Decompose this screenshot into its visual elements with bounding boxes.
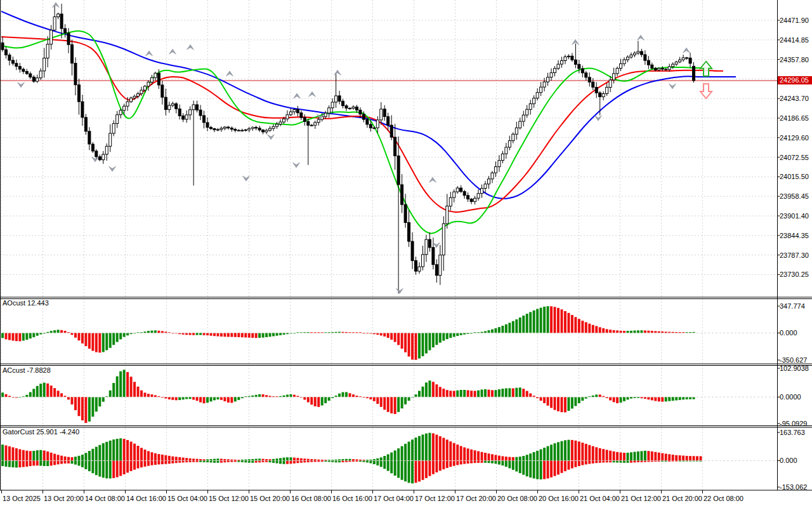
- candle: [463, 190, 466, 199]
- histogram-bar: [581, 321, 584, 333]
- histogram-bar: [18, 333, 21, 341]
- histogram-bar: [567, 313, 570, 333]
- candle-body: [91, 144, 94, 151]
- histogram-bar: [696, 456, 698, 460]
- histogram-bar: [484, 453, 487, 460]
- histogram-bar: [494, 390, 497, 397]
- candle: [522, 111, 525, 127]
- candle-body: [470, 199, 473, 201]
- candle: [81, 95, 84, 126]
- candle: [491, 171, 494, 183]
- histogram-bar: [529, 394, 532, 398]
- histogram-bar: [77, 397, 80, 416]
- histogram-bar: [470, 450, 473, 461]
- candle-body: [53, 17, 56, 30]
- candle-body: [362, 114, 365, 119]
- candle-body: [571, 56, 573, 60]
- histogram-bar: [515, 457, 518, 461]
- candle: [310, 124, 313, 126]
- histogram-bar: [467, 448, 469, 460]
- candle-body: [338, 96, 341, 102]
- candle: [272, 124, 275, 131]
- histogram-bar: [77, 461, 80, 466]
- chart-canvas[interactable]: [0, 0, 812, 508]
- time-axis-label: 13 Oct 2025: [3, 495, 41, 502]
- candle-body: [161, 85, 164, 97]
- histogram-bar: [446, 461, 449, 469]
- histogram-bar: [203, 397, 206, 403]
- histogram-bar: [578, 319, 580, 333]
- histogram-bar: [8, 446, 11, 461]
- histogram-bar: [164, 455, 167, 461]
- candle-body: [606, 87, 608, 93]
- candle: [640, 49, 643, 57]
- histogram-bar: [526, 314, 528, 333]
- histogram-bar: [4, 333, 7, 339]
- candle: [276, 122, 278, 129]
- histogram-bar: [11, 461, 14, 468]
- histogram-bar: [161, 461, 164, 465]
- candle-body: [494, 167, 497, 173]
- histogram-bar: [53, 454, 56, 461]
- histogram-bar: [529, 453, 532, 460]
- histogram-bar: [654, 397, 657, 401]
- histogram-bar: [286, 461, 289, 464]
- histogram-bar: [230, 397, 233, 403]
- histogram-bar: [567, 397, 570, 411]
- histogram-bar: [609, 397, 612, 400]
- histogram-bar: [488, 330, 490, 333]
- candle: [32, 75, 35, 83]
- histogram-bar: [216, 397, 219, 399]
- histogram-bar: [15, 333, 18, 341]
- histogram-bar: [508, 323, 511, 333]
- candle: [192, 100, 195, 185]
- candle: [415, 257, 417, 274]
- histogram-bar: [102, 461, 105, 478]
- histogram-bar: [512, 389, 514, 398]
- candle-body: [640, 51, 643, 55]
- buy-signal-arrow-icon[interactable]: [700, 62, 712, 76]
- histogram-bar: [672, 455, 674, 460]
- histogram-bar: [192, 397, 195, 399]
- candle-body: [578, 64, 580, 69]
- fractal-up-icon: [53, 3, 60, 8]
- histogram-bar: [633, 397, 636, 398]
- time-axis-label: 14 Oct 08:00: [85, 495, 125, 502]
- candle: [109, 124, 112, 152]
- histogram-bar: [77, 456, 80, 461]
- time-axis-label: 21 Oct 12:00: [621, 495, 661, 502]
- histogram-bar: [74, 333, 77, 337]
- histogram-bar: [564, 311, 566, 333]
- ac-histogram: [1, 370, 695, 423]
- candle-body: [171, 104, 174, 105]
- candle-body: [154, 73, 157, 77]
- candle: [623, 57, 625, 66]
- candle-body: [415, 260, 417, 271]
- candle-body: [71, 44, 74, 63]
- candle: [289, 109, 292, 116]
- histogram-bar: [557, 442, 560, 460]
- candle: [442, 217, 445, 271]
- histogram-bar: [540, 397, 542, 401]
- histogram-bar: [154, 453, 157, 461]
- histogram-bar: [665, 454, 667, 461]
- histogram-bar: [216, 333, 219, 336]
- candle-body: [234, 130, 237, 131]
- histogram-bar: [150, 331, 153, 333]
- sell-signal-arrow-icon[interactable]: [700, 84, 712, 98]
- candle: [74, 57, 77, 95]
- candle: [578, 60, 580, 73]
- histogram-bar: [585, 322, 587, 333]
- histogram-bar: [435, 333, 438, 345]
- fractal-up-icon: [683, 48, 690, 53]
- histogram-bar: [623, 331, 625, 333]
- candle: [241, 129, 244, 132]
- candle-body: [74, 64, 77, 85]
- histogram-bar: [425, 382, 428, 397]
- candle-body: [661, 69, 664, 69]
- candle-body: [665, 69, 667, 70]
- histogram-bar: [140, 461, 143, 468]
- candle: [64, 24, 67, 37]
- histogram-bar: [588, 324, 591, 333]
- histogram-bar: [272, 461, 275, 463]
